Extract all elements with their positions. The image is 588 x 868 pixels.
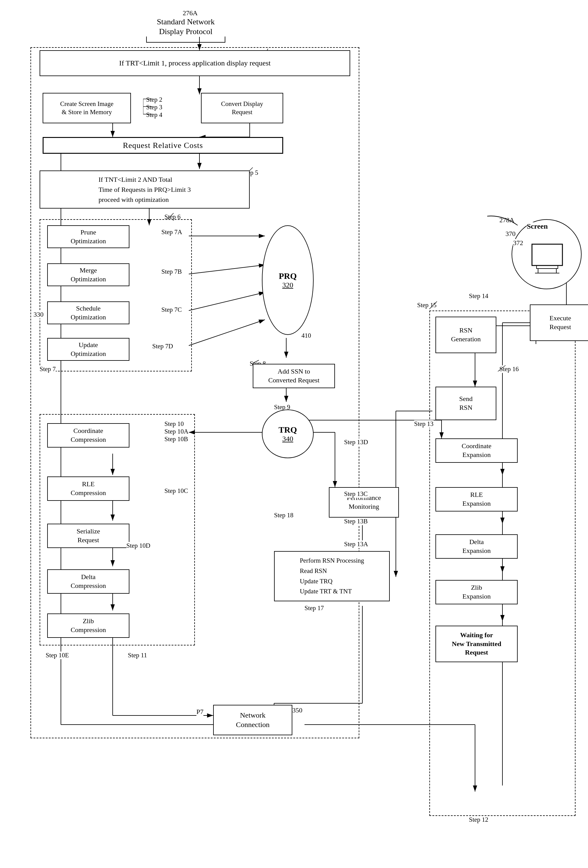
box-rle-expand: RLE Expansion [436, 487, 518, 511]
step13C-label: Step 13C [344, 490, 368, 498]
prq-label: PRQ [279, 271, 297, 281]
diagram: 276A Standard Network Display Protocol S… [0, 0, 588, 868]
box-update: Update Optimization [47, 338, 129, 361]
box-schedule: Schedule Optimization [47, 301, 129, 324]
ref-372-label: 372 [513, 239, 523, 247]
trq-ref: 340 [282, 435, 293, 443]
step4-label: Step 4 [146, 111, 162, 119]
step14-label: Step 14 [469, 292, 488, 300]
step10C-label: Step 10C [164, 487, 188, 495]
ref-370-label: 370 [505, 230, 516, 238]
protocol-label: Standard Network [146, 17, 225, 27]
box-delta-compress: Delta Compression [47, 569, 129, 594]
box-convert-display: Convert Display Request [201, 93, 283, 123]
trq-label: TRQ [279, 425, 297, 435]
box-rsn-gen: RSN Generation [436, 317, 496, 353]
step7C-label: Step 7C [161, 306, 182, 314]
step16-label: Step 16 [499, 365, 519, 373]
step10E-label: Step 10E [46, 651, 69, 659]
prq-ellipse: PRQ 320 [262, 225, 314, 335]
box-zlib-compress: Zlib Compression [47, 614, 129, 638]
p7-label: P7 [196, 708, 204, 716]
box-send-rsn: Send RSN [436, 387, 496, 420]
step13-label: Step 13 [414, 420, 434, 428]
step13D-label: Step 13D [344, 438, 368, 446]
step3-label: Step 3 [146, 103, 162, 111]
box-coord-compress: Coordinate Compression [47, 423, 129, 447]
box-execute: Execute Request [530, 304, 588, 341]
box-if-tnt: If TNT<Limit 2 AND Total Time of Request… [40, 170, 250, 208]
box-perform-rsn: Perform RSN Processing Read RSN Update T… [274, 551, 390, 601]
prq-ref: 320 [282, 281, 293, 289]
ref-350-label: 350 [293, 706, 302, 714]
step11-label: Step 11 [128, 651, 147, 659]
box-add-ssn: Add SSN to Converted Request [253, 364, 335, 388]
step7A-label: Step 7A [161, 228, 182, 236]
step18-label: Step 18 [274, 511, 294, 519]
step13B-label: Step 13B [344, 518, 368, 525]
trq-ellipse: TRQ 340 [262, 409, 314, 458]
step7-label: Step 7 [40, 365, 56, 373]
region-360 [429, 310, 576, 816]
box-create-screen: Create Screen Image & Store in Memory [43, 93, 131, 123]
step2-label: Step 2 [146, 96, 162, 103]
ref-410-label: 410 [301, 332, 311, 340]
step17-label: Step 17 [304, 604, 324, 612]
box-rle-compress: RLE Compression [47, 477, 129, 501]
box-delta-expand: Delta Expansion [436, 534, 518, 559]
box-serialize: Serialize Request [47, 524, 129, 548]
box-prune: Prune Optimization [47, 225, 129, 248]
ref-330-label: 330 [34, 310, 44, 319]
step15-label: Step 15 [417, 301, 437, 309]
step12-label: Step 12 [469, 816, 488, 824]
box-request-costs: Request Relative Costs [43, 137, 283, 154]
box-waiting: Waiting for New Transmitted Request [436, 626, 518, 662]
step7B-label: Step 7B [161, 268, 182, 276]
step10D-label: Step 10D [126, 542, 151, 549]
box-coord-expand: Coordinate Expansion [436, 438, 518, 463]
protocol-label2: Display Protocol [146, 27, 225, 37]
step7D-label: Step 7D [152, 342, 173, 350]
box-network: Network Connection [213, 705, 293, 735]
box-merge: Merge Optimization [47, 263, 129, 286]
ref-276A-label: 276A [183, 9, 198, 17]
box-zlib-expand: Zlib Expansion [436, 580, 518, 604]
screen-label: Screen [527, 222, 548, 230]
step13A-label: Step 13A [344, 540, 368, 548]
svg-rect-57 [532, 244, 563, 266]
